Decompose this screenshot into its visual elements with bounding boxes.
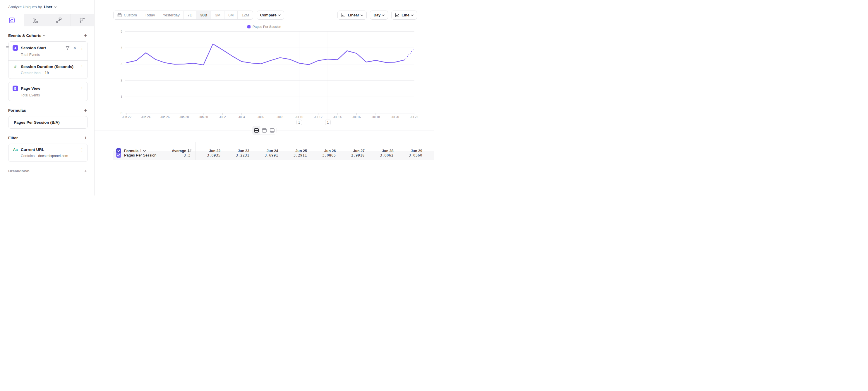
event-card-page-view[interactable]: B Page View ⋮ Total Events xyxy=(8,82,88,101)
layout-table-icon xyxy=(270,128,275,133)
line-chart-svg: 012345Jun 22Jun 24Jun 26Jun 28Jun 30Jul … xyxy=(118,29,420,127)
legend-series-label: Pages Per Session xyxy=(253,25,281,28)
analyze-value[interactable]: User xyxy=(44,5,52,9)
layout-split-button[interactable] xyxy=(253,126,260,135)
linear-scale-icon xyxy=(341,13,346,18)
bar-chart-icon xyxy=(32,17,38,24)
range-30d[interactable]: 30D xyxy=(196,11,211,19)
remove-event-icon[interactable]: ✕ xyxy=(73,46,76,50)
chart-type-button[interactable]: Line xyxy=(391,10,417,20)
svg-text:Jul 14: Jul 14 xyxy=(333,115,342,119)
date-column-header[interactable]: Jun 23 xyxy=(224,149,253,153)
svg-text:Jul 2: Jul 2 xyxy=(219,115,226,119)
annotation-marker[interactable]: 1 xyxy=(325,119,331,125)
formula-card[interactable]: Pages Per Session (B/A) xyxy=(8,116,88,129)
cell-value: 3.0062 xyxy=(368,153,397,158)
date-column-header[interactable]: Jun 27 xyxy=(340,149,369,153)
average-column-header[interactable]: Average xyxy=(172,149,191,153)
property-condition[interactable]: Greater than10 xyxy=(21,71,84,75)
date-column-header[interactable]: Jun 24 xyxy=(253,149,282,153)
date-column-header[interactable]: Jun 25 xyxy=(282,149,311,153)
formulas-title: Formulas xyxy=(8,108,26,113)
tab-funnels[interactable] xyxy=(24,14,48,26)
add-breakdown-button[interactable]: + xyxy=(84,168,87,174)
chevron-down-icon xyxy=(382,15,384,16)
range-6m[interactable]: 6M xyxy=(224,11,237,19)
results-table: Formula1 Average Jun 22 Jun 23 Jun 24 Ju… xyxy=(113,142,434,160)
range-today[interactable]: Today xyxy=(141,11,159,19)
report-canvas: Custom Today Yesterday 7D 30D 3M 6M 12M … xyxy=(95,0,434,196)
event-aggregation[interactable]: Total Events xyxy=(21,53,84,57)
filter-condition[interactable]: Containsdocs.mixpanel.com xyxy=(21,154,84,158)
svg-text:Jul 12: Jul 12 xyxy=(314,115,322,119)
check-icon xyxy=(117,154,120,157)
formula-column-header[interactable]: Formula1 xyxy=(124,149,142,153)
calendar-icon xyxy=(117,13,122,17)
add-formula-button[interactable]: + xyxy=(84,108,87,113)
event-name[interactable]: Page View xyxy=(21,86,40,90)
drag-handle-icon[interactable] xyxy=(6,46,9,49)
line-chart[interactable]: 012345Jun 22Jun 24Jun 26Jun 28Jun 30Jul … xyxy=(118,29,420,127)
svg-text:1: 1 xyxy=(121,95,122,99)
chevron-down-icon xyxy=(54,6,57,8)
range-3m[interactable]: 3M xyxy=(211,11,224,19)
chart-toolbar: Custom Today Yesterday 7D 30D 3M 6M 12M … xyxy=(113,10,417,20)
add-filter-button[interactable]: + xyxy=(84,135,87,141)
filter-value: docs.mixpanel.com xyxy=(38,154,68,158)
kebab-menu-icon[interactable]: ⋮ xyxy=(80,86,84,90)
event-card-session-start[interactable]: A Session Start ✕ ⋮ Total Events # Sessi… xyxy=(8,41,88,79)
event-name[interactable]: Session Start xyxy=(21,46,46,50)
date-column-header[interactable]: Jun 22 xyxy=(195,149,224,153)
event-aggregation[interactable]: Total Events xyxy=(21,93,84,97)
svg-text:Jun 22: Jun 22 xyxy=(122,115,131,119)
annotation-marker[interactable]: 1 xyxy=(297,119,302,125)
filter-property-name[interactable]: Current URL xyxy=(21,147,44,152)
filter-icon[interactable] xyxy=(66,46,70,50)
chevron-down-icon xyxy=(143,150,146,152)
range-yesterday[interactable]: Yesterday xyxy=(159,11,184,19)
line-chart-icon xyxy=(395,13,400,18)
svg-text:Jul 6: Jul 6 xyxy=(257,115,264,119)
filter-card-current-url[interactable]: Aa Current URL ⋮ Containsdocs.mixpanel.c… xyxy=(8,144,88,162)
chevron-down-icon xyxy=(278,15,281,16)
compare-button[interactable]: Compare xyxy=(257,10,284,20)
kebab-menu-icon[interactable]: ⋮ xyxy=(80,46,84,50)
svg-text:Jul 4: Jul 4 xyxy=(239,115,245,119)
layout-table-button[interactable] xyxy=(268,126,276,135)
property-name[interactable]: Session Duration (Seconds) xyxy=(21,64,73,69)
formula-name[interactable]: Pages Per Session (B/A) xyxy=(14,120,60,124)
add-event-button[interactable]: + xyxy=(84,33,87,38)
check-icon xyxy=(117,149,120,152)
query-sidebar: Analyze Uniques by User Events & Cohorts… xyxy=(0,0,95,196)
svg-text:Jun 28: Jun 28 xyxy=(180,115,189,119)
cell-value: 3.2231 xyxy=(224,153,253,158)
row-checkbox[interactable] xyxy=(116,153,121,158)
cell-value: 3.0560 xyxy=(397,153,426,158)
layout-split-icon xyxy=(254,128,259,133)
tab-retention[interactable] xyxy=(71,14,95,26)
chart-legend[interactable]: Pages Per Session xyxy=(247,25,281,28)
legend-color-chip xyxy=(247,25,250,28)
tab-flows[interactable] xyxy=(47,14,71,26)
string-property-icon: Aa xyxy=(12,148,18,152)
kebab-menu-icon[interactable]: ⋮ xyxy=(80,64,84,68)
date-column-header[interactable]: Jun 29 xyxy=(397,149,426,153)
retention-icon xyxy=(79,17,86,24)
range-7d[interactable]: 7D xyxy=(184,11,196,19)
table-header-row: Formula1 Average Jun 22 Jun 23 Jun 24 Ju… xyxy=(113,142,434,151)
kebab-menu-icon[interactable]: ⋮ xyxy=(80,148,84,152)
interval-button[interactable]: Day xyxy=(370,10,388,20)
scale-button[interactable]: Linear xyxy=(337,10,367,20)
event-page-view: B Page View ⋮ Total Events xyxy=(8,82,88,101)
analyze-header[interactable]: Analyze Uniques by User xyxy=(0,0,94,14)
range-12m[interactable]: 12M xyxy=(237,11,253,19)
range-custom[interactable]: Custom xyxy=(114,11,141,19)
filter-header: Filter + xyxy=(0,135,94,141)
date-column-header[interactable]: Jun 28 xyxy=(368,149,397,153)
events-cohorts-title[interactable]: Events & Cohorts xyxy=(8,33,45,38)
layout-chart-button[interactable] xyxy=(260,126,268,135)
chevron-down-icon xyxy=(361,15,363,16)
filter-current-url: Aa Current URL ⋮ Containsdocs.mixpanel.c… xyxy=(8,144,88,162)
tab-insights[interactable] xyxy=(0,14,24,26)
date-column-header[interactable]: Jun 26 xyxy=(311,149,340,153)
